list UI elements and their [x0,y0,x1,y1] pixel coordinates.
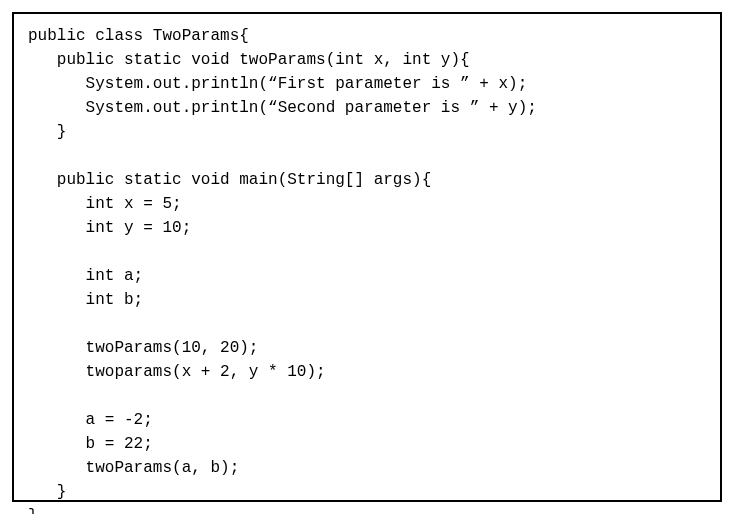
code-block: public class TwoParams{ public static vo… [28,24,706,514]
code-box: public class TwoParams{ public static vo… [12,12,722,502]
code-container: public class TwoParams{ public static vo… [0,0,734,514]
